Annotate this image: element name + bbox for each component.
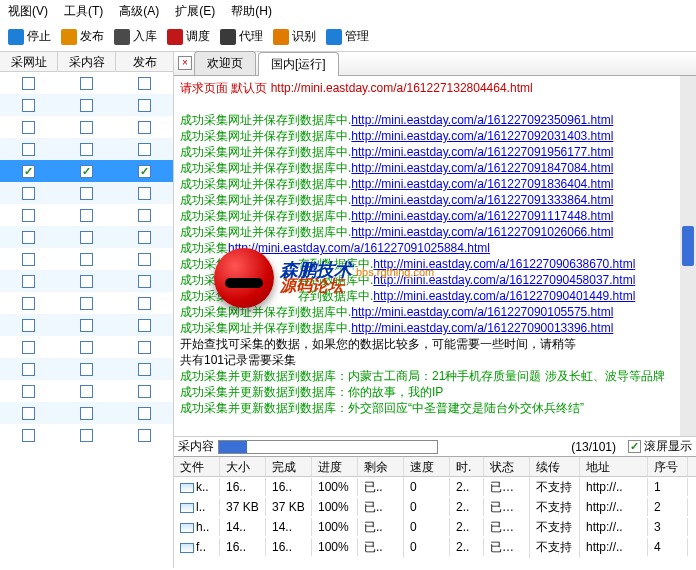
checkbox[interactable] xyxy=(22,231,35,244)
grid-col-header[interactable]: 文件 xyxy=(174,457,220,476)
grid-row[interactable]: k..16..16..100%已..02..已完成不支持http://..1 xyxy=(174,477,696,497)
checkbox[interactable] xyxy=(80,341,93,354)
checkbox[interactable] xyxy=(138,429,151,442)
checkbox[interactable] xyxy=(22,77,35,90)
checkbox[interactable] xyxy=(80,143,93,156)
grid-col-header[interactable]: 续传 xyxy=(530,457,580,476)
task-row[interactable] xyxy=(0,116,173,138)
left-col-header[interactable]: 发布 xyxy=(116,52,173,71)
menu-item[interactable]: 工具(T) xyxy=(64,3,103,20)
toolbar-停止[interactable]: 停止 xyxy=(8,28,51,45)
checkbox[interactable] xyxy=(22,209,35,222)
grid-row[interactable]: h..14..14..100%已..02..已完成不支持http://..3 xyxy=(174,517,696,537)
log-url[interactable]: http://mini.eastday.com/a/16122709133386… xyxy=(351,193,613,207)
left-col-header[interactable]: 采网址 xyxy=(0,52,58,71)
toolbar-识别[interactable]: 识别 xyxy=(273,28,316,45)
scroll-checkbox-box[interactable] xyxy=(628,440,641,453)
task-row[interactable] xyxy=(0,270,173,292)
checkbox[interactable] xyxy=(80,275,93,288)
task-row[interactable] xyxy=(0,336,173,358)
log-url[interactable]: http://mini.eastday.com/a/16122709102606… xyxy=(351,225,613,239)
task-row[interactable] xyxy=(0,314,173,336)
menu-item[interactable]: 扩展(E) xyxy=(175,3,215,20)
task-row[interactable] xyxy=(0,72,173,94)
task-row[interactable] xyxy=(0,358,173,380)
checkbox[interactable] xyxy=(138,363,151,376)
log-url[interactable]: http://mini.eastday.com/a/16122709184708… xyxy=(351,161,613,175)
task-row[interactable] xyxy=(0,182,173,204)
log-url[interactable]: http://mini.eastday.com/a/16122709183640… xyxy=(351,177,613,191)
checkbox[interactable] xyxy=(22,385,35,398)
checkbox[interactable] xyxy=(22,121,35,134)
grid-row[interactable]: l..37 KB37 KB100%已..02..已完成不支持http://..2 xyxy=(174,497,696,517)
checkbox[interactable] xyxy=(138,143,151,156)
checkbox[interactable] xyxy=(138,275,151,288)
task-row[interactable] xyxy=(0,248,173,270)
checkbox[interactable] xyxy=(80,231,93,244)
grid-col-header[interactable]: 状态 xyxy=(484,457,530,476)
grid-col-header[interactable]: 序号 xyxy=(648,457,688,476)
checkbox[interactable] xyxy=(22,253,35,266)
checkbox[interactable] xyxy=(80,297,93,310)
toolbar-管理[interactable]: 管理 xyxy=(326,28,369,45)
scroll-checkbox[interactable]: 滚屏显示 xyxy=(628,438,692,455)
grid-col-header[interactable]: 剩余 xyxy=(358,457,404,476)
log-url[interactable]: http://mini.eastday.com/a/16122709010557… xyxy=(351,305,613,319)
checkbox[interactable] xyxy=(138,319,151,332)
log-url[interactable]: http://mini.eastday.com/a/16122709111744… xyxy=(351,209,613,223)
grid-row[interactable]: f..16..16..100%已..02..已完成不支持http://..4 xyxy=(174,537,696,557)
checkbox[interactable] xyxy=(22,319,35,332)
task-row[interactable] xyxy=(0,380,173,402)
grid-col-header[interactable]: 进度 xyxy=(312,457,358,476)
tab-active[interactable]: 国内[运行] xyxy=(258,52,339,76)
checkbox[interactable] xyxy=(138,297,151,310)
checkbox[interactable] xyxy=(80,363,93,376)
grid-col-header[interactable]: 地址 xyxy=(580,457,648,476)
menu-item[interactable]: 视图(V) xyxy=(8,3,48,20)
checkbox[interactable] xyxy=(22,363,35,376)
checkbox[interactable] xyxy=(22,407,35,420)
toolbar-调度[interactable]: 调度 xyxy=(167,28,210,45)
left-col-header[interactable]: 采内容 xyxy=(58,52,116,71)
grid-col-header[interactable]: 大小 xyxy=(220,457,266,476)
checkbox[interactable] xyxy=(138,99,151,112)
task-row[interactable] xyxy=(0,402,173,424)
toolbar-发布[interactable]: 发布 xyxy=(61,28,104,45)
menu-item[interactable]: 帮助(H) xyxy=(231,3,272,20)
log-url[interactable]: http://mini.eastday.com/a/16122709195617… xyxy=(351,145,613,159)
checkbox[interactable] xyxy=(138,341,151,354)
checkbox[interactable] xyxy=(138,253,151,266)
checkbox[interactable] xyxy=(80,165,93,178)
task-row[interactable] xyxy=(0,138,173,160)
checkbox[interactable] xyxy=(138,407,151,420)
task-row[interactable] xyxy=(0,424,173,446)
task-row[interactable] xyxy=(0,292,173,314)
log-url[interactable]: http://mini.eastday.com/a/16122709040144… xyxy=(373,289,635,303)
log-url[interactable]: http://mini.eastday.com/a/16122709063867… xyxy=(373,257,635,271)
log-url[interactable]: http://mini.eastday.com/a/16122709001339… xyxy=(351,321,613,335)
log-url[interactable]: http://mini.eastday.com/a/16122709203140… xyxy=(351,129,613,143)
checkbox[interactable] xyxy=(138,209,151,222)
checkbox[interactable] xyxy=(138,77,151,90)
menu-item[interactable]: 高级(A) xyxy=(119,3,159,20)
checkbox[interactable] xyxy=(138,187,151,200)
checkbox[interactable] xyxy=(138,231,151,244)
grid-col-header[interactable]: 完成 xyxy=(266,457,312,476)
task-row[interactable] xyxy=(0,226,173,248)
checkbox[interactable] xyxy=(22,187,35,200)
toolbar-入库[interactable]: 入库 xyxy=(114,28,157,45)
grid-col-header[interactable]: 速度 xyxy=(404,457,450,476)
checkbox[interactable] xyxy=(80,187,93,200)
checkbox[interactable] xyxy=(22,275,35,288)
checkbox[interactable] xyxy=(80,385,93,398)
checkbox[interactable] xyxy=(138,121,151,134)
checkbox[interactable] xyxy=(22,99,35,112)
checkbox[interactable] xyxy=(80,253,93,266)
checkbox[interactable] xyxy=(22,341,35,354)
checkbox[interactable] xyxy=(80,121,93,134)
checkbox[interactable] xyxy=(22,165,35,178)
checkbox[interactable] xyxy=(80,209,93,222)
log-scrollbar[interactable] xyxy=(680,76,696,436)
log-url[interactable]: http://mini.eastday.com/a/16122709045803… xyxy=(373,273,635,287)
task-row[interactable] xyxy=(0,94,173,116)
